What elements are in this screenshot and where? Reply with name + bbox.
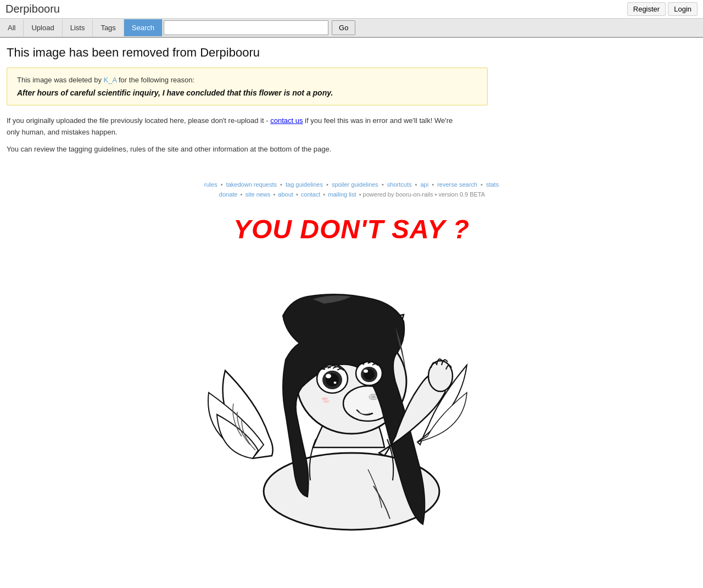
main-content: This image has been removed from Derpibo…	[0, 38, 494, 168]
deleted-by-user[interactable]: K_A	[104, 76, 117, 84]
deleted-by-prefix: This image was deleted by	[17, 76, 104, 84]
svg-point-8	[326, 374, 331, 378]
contact-us-link[interactable]: contact us	[270, 116, 303, 125]
footer-link-reverse-search[interactable]: reverse search	[437, 181, 477, 188]
nav-tags[interactable]: Tags	[93, 19, 124, 36]
meme-area: YOU DON'T SAY ?	[0, 214, 703, 535]
footer-link-tag-guidelines[interactable]: tag guidelines	[286, 181, 323, 188]
footer-link-api[interactable]: api	[420, 181, 428, 188]
site-title: Derpibooru	[5, 3, 60, 15]
notice-box: This image was deleted by K_A for the fo…	[7, 68, 488, 105]
pony-illustration	[0, 250, 703, 535]
login-button[interactable]: Login	[668, 2, 698, 16]
go-button[interactable]: Go	[332, 20, 355, 35]
bullet-13: •	[434, 191, 437, 198]
bullet-9: •	[273, 191, 275, 198]
site-header: Derpibooru Register Login	[0, 0, 703, 19]
footer-link-donate[interactable]: donate	[219, 191, 238, 198]
bullet-3: •	[326, 181, 328, 188]
footer-link-spoiler[interactable]: spoiler guidelines	[332, 181, 378, 188]
bullet-6: •	[432, 181, 434, 188]
register-button[interactable]: Register	[627, 2, 666, 16]
bullet-2: •	[280, 181, 282, 188]
bullet-4: •	[382, 181, 384, 188]
search-input[interactable]	[164, 20, 328, 35]
footer-link-rules[interactable]: rules	[204, 181, 217, 188]
nav-all[interactable]: All	[0, 19, 24, 36]
svg-point-9	[334, 382, 337, 384]
deletion-reason: After hours of careful scientific inquir…	[17, 88, 477, 97]
version-text: version 0.9 BETA	[438, 191, 485, 198]
footer-link-mailing-list[interactable]: mailing list	[328, 191, 356, 198]
info-text-1: If you originally uploaded the file prev…	[7, 115, 462, 138]
deleted-by-text: This image was deleted by K_A for the fo…	[17, 76, 477, 84]
svg-point-13	[364, 369, 368, 373]
pony-svg	[187, 250, 516, 535]
nav-search[interactable]: Search	[124, 19, 163, 36]
bullet-1: •	[221, 181, 223, 188]
nav-lists[interactable]: Lists	[63, 19, 93, 36]
nav-upload[interactable]: Upload	[24, 19, 62, 36]
footer-link-takedown[interactable]: takedown requests	[226, 181, 277, 188]
footer-link-site-news[interactable]: site news	[245, 191, 270, 198]
bullet-5: •	[415, 181, 417, 188]
bullet-8: •	[241, 191, 243, 198]
footer-link-stats[interactable]: stats	[486, 181, 499, 188]
bullet-7: •	[481, 181, 483, 188]
navbar: All Upload Lists Tags Search Go	[0, 19, 703, 38]
meme-text: YOU DON'T SAY ?	[0, 214, 703, 244]
footer-second-row: donate • site news • about • contact • m…	[0, 191, 703, 198]
footer-links: rules • takedown requests • tag guidelin…	[0, 181, 703, 188]
auth-buttons: Register Login	[627, 2, 698, 16]
svg-point-4	[371, 396, 376, 399]
info-text-2: You can review the tagging guidelines, r…	[7, 144, 462, 155]
footer-link-shortcuts[interactable]: shortcuts	[387, 181, 412, 188]
footer-link-about[interactable]: about	[278, 191, 293, 198]
bullet-10: •	[296, 191, 298, 198]
bullet-11: •	[323, 191, 325, 198]
page-heading: This image has been removed from Derpibo…	[7, 46, 488, 60]
deleted-by-suffix: for the following reason:	[116, 76, 194, 84]
powered-by: powered by booru-on-rails	[363, 191, 433, 198]
footer-link-contact[interactable]: contact	[301, 191, 320, 198]
bullet-12: •	[359, 191, 361, 198]
